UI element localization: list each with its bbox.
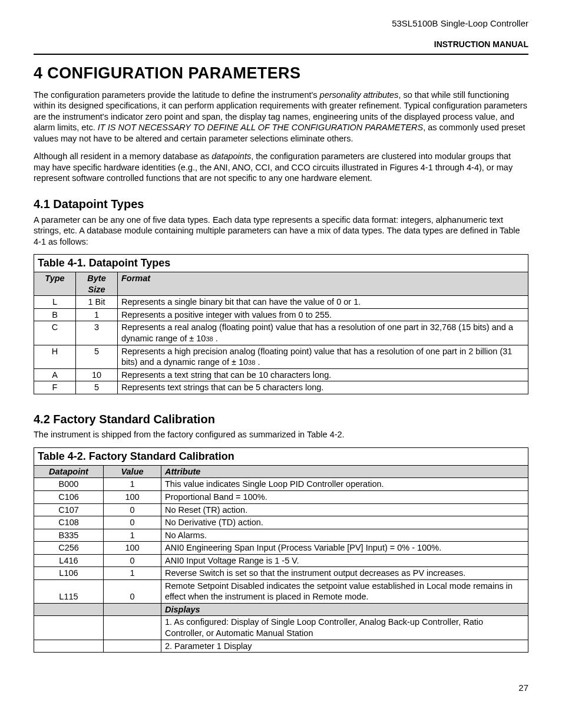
table-header-value: Value <box>104 465 161 478</box>
table-row: L4160ANI0 Input Voltage Range is 1 -5 V. <box>34 554 528 567</box>
table-row: C1070No Reset (TR) action. <box>34 503 528 516</box>
table-row: L1150Remote Setpoint Disabled indicates … <box>34 579 528 603</box>
section-title: 4 CONFIGURATION PARAMETERS <box>34 63 528 84</box>
table-header-bytesize: Byte Size <box>76 272 118 296</box>
header-product: 53SL5100B Single-Loop Controller <box>34 18 528 29</box>
table-row: H5Represents a high precision analog (fl… <box>34 345 528 368</box>
table-row: C3Represents a real analog (floating poi… <box>34 321 528 345</box>
table-4-1: Table 4-1. Datapoint Types Type Byte Siz… <box>34 254 528 394</box>
table-row: B0001This value indicates Single Loop PI… <box>34 478 528 491</box>
subsection-4-2-title: 4.2 Factory Standard Calibration <box>34 412 528 427</box>
table-row: L1061Reverse Switch is set so that the i… <box>34 567 528 580</box>
page-number: 27 <box>34 682 528 693</box>
intro-paragraph-2: Although all resident in a memory databa… <box>34 151 528 184</box>
table-row: C1080No Derivative (TD) action. <box>34 516 528 529</box>
subsection-4-2-body: The instrument is shipped from the facto… <box>34 429 528 440</box>
table-header-datapoint: Datapoint <box>34 465 104 478</box>
table-row: B1Represents a positive integer with val… <box>34 308 528 321</box>
table-header-type: Type <box>34 272 76 296</box>
table-row: 2. Parameter 1 Display <box>34 640 528 653</box>
subsection-4-1-title: 4.1 Datapoint Types <box>34 197 528 212</box>
table-row: 1. As configured: Display of Single Loop… <box>34 616 528 640</box>
table-header-format: Format <box>118 272 528 296</box>
table-row: A10Represents a text string that can be … <box>34 368 528 381</box>
intro-paragraph-1: The configuration parameters provide the… <box>34 90 528 144</box>
table-row: L1 BitRepresents a single binary bit tha… <box>34 296 528 309</box>
table-row: F5Represents text strings that can be 5 … <box>34 381 528 394</box>
table-header-attribute: Attribute <box>161 465 528 478</box>
table-row: C106100Proportional Band = 100%. <box>34 491 528 504</box>
table-4-2: Table 4-2. Factory Standard Calibration … <box>34 447 528 653</box>
table-row: C256100ANI0 Engineering Span Input (Proc… <box>34 542 528 555</box>
subsection-4-1-body: A parameter can be any one of five data … <box>34 215 528 248</box>
table-row: B3351No Alarms. <box>34 529 528 542</box>
table-4-1-caption: Table 4-1. Datapoint Types <box>34 254 528 272</box>
header-rule <box>34 54 528 55</box>
header-manual-label: INSTRUCTION MANUAL <box>34 39 528 50</box>
table-subheader-displays: Displays <box>34 603 528 616</box>
table-4-2-caption: Table 4-2. Factory Standard Calibration <box>34 447 528 465</box>
